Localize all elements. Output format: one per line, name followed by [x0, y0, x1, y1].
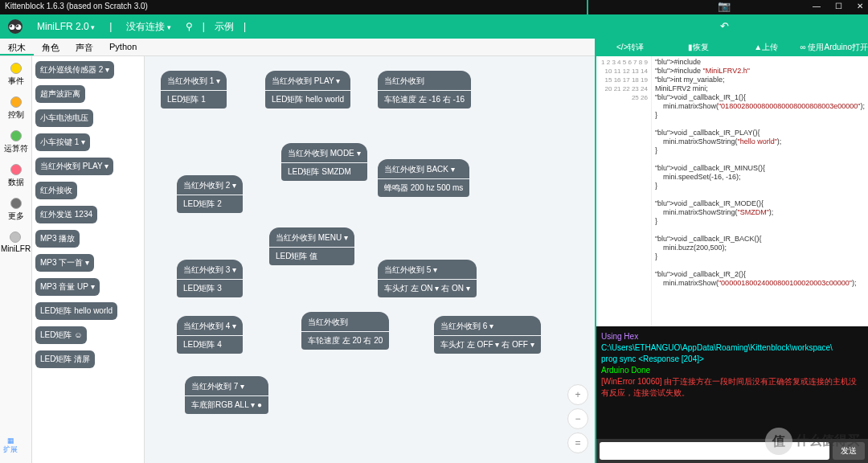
- open-arduino-button[interactable]: ∞ 使用Arduino打开: [800, 39, 869, 55]
- palette-block[interactable]: MP3 下一首 ▾: [35, 254, 94, 272]
- palette-block[interactable]: 红外接收: [35, 182, 77, 199]
- block-stack[interactable]: 当红外收到 3 ▾LED矩阵 3: [177, 260, 243, 297]
- code-panel: </>转译 ▮恢复 ▲上传 ∞ 使用Arduino打开 1 2 3 4 5 6 …: [595, 39, 868, 463]
- zoom-in-icon[interactable]: +: [567, 384, 588, 405]
- block-stack[interactable]: 当红外收到 MENU ▾LED矩阵 值: [269, 227, 354, 265]
- share-icon[interactable]: ⚲: [186, 21, 193, 32]
- menubar: ◕◕ MiniLFR 2.0 | 没有连接 ⚲ | 示例 | 💾 文件 | 📷 …: [0, 14, 868, 39]
- category-更多[interactable]: 更多: [8, 198, 24, 222]
- block-stack[interactable]: 当红外收到 5 ▾车头灯 左 ON ▾ 右 ON ▾: [378, 260, 477, 297]
- block-stack[interactable]: 当红外收到车轮速度 左 -16 右 -16: [378, 71, 471, 109]
- palette-block[interactable]: 小车按键 1 ▾: [35, 133, 90, 151]
- palette-block[interactable]: 红外发送 1234: [35, 206, 97, 223]
- block-stack[interactable]: 当红外收到 1 ▾LED矩阵 1: [161, 71, 227, 109]
- window-title: Kittenblock 1.6.3 (based on Scratch 3.0): [5, 2, 148, 13]
- restore-button[interactable]: ▮恢复: [665, 39, 733, 55]
- camera-icon[interactable]: 📷: [718, 0, 731, 12]
- tab-python[interactable]: Python: [101, 39, 145, 55]
- category-column: 事件控制运算符数据更多MiniLFR: [0, 39, 32, 463]
- upload-button[interactable]: ▲上传: [732, 39, 800, 55]
- category-MiniLFR[interactable]: MiniLFR: [1, 232, 31, 253]
- zoom-out-icon[interactable]: −: [567, 408, 588, 429]
- undo-icon[interactable]: ↶: [720, 20, 729, 32]
- console-output: Using Hex C:\Users\ETHANGUO\AppData\Roam…: [596, 326, 868, 439]
- menubar-divider: |: [203, 21, 205, 32]
- board-selector[interactable]: MiniLFR 2.0: [32, 18, 100, 35]
- workspace[interactable]: + − = 当红外收到 1 ▾LED矩阵 1当红外收到 PLAY ▾LED矩阵 …: [145, 39, 595, 463]
- palette-block[interactable]: 超声波距离: [35, 85, 85, 103]
- category-数据[interactable]: 数据: [8, 164, 24, 188]
- block-stack[interactable]: 当红外收到 2 ▾LED矩阵 2: [177, 175, 243, 213]
- palette-block[interactable]: 当红外收到 PLAY ▾: [35, 158, 113, 175]
- connection-selector[interactable]: 没有连接: [121, 18, 176, 36]
- translate-button[interactable]: </>转译: [596, 39, 665, 55]
- code-editor[interactable]: 1 2 3 4 5 6 7 8 9 10 11 12 13 14 15 16 1…: [596, 56, 868, 326]
- block-stack[interactable]: 当红外收到 7 ▾车底部RGB ALL ▾ ●: [185, 376, 268, 414]
- tab-blocks[interactable]: 积木: [0, 39, 34, 55]
- palette-block[interactable]: MP3 音量 UP ▾: [35, 278, 100, 296]
- example-link[interactable]: 示例: [215, 20, 234, 34]
- block-palette: 红外巡线传感器 2 ▾超声波距离小车电池电压小车按键 1 ▾当红外收到 PLAY…: [32, 39, 145, 463]
- tab-sound[interactable]: 声音: [68, 39, 101, 55]
- zoom-reset-icon[interactable]: =: [567, 432, 588, 453]
- app-logo-icon: ◕◕: [8, 19, 23, 34]
- palette-block[interactable]: 小车电池电压: [35, 109, 93, 127]
- block-stack[interactable]: 当红外收到 MODE ▾LED矩阵 SMZDM: [281, 143, 367, 181]
- menubar-divider: |: [244, 21, 246, 32]
- palette-block[interactable]: LED矩阵 ☺: [35, 326, 87, 344]
- block-stack[interactable]: 当红外收到 4 ▾LED矩阵 4: [177, 316, 243, 354]
- palette-block[interactable]: LED矩阵 hello world: [35, 302, 117, 320]
- serial-input[interactable]: [600, 442, 829, 460]
- palette-block[interactable]: MP3 播放: [35, 230, 80, 248]
- block-stack[interactable]: 当红外收到 PLAY ▾LED矩阵 hello world: [265, 71, 350, 109]
- menubar-divider: |: [109, 21, 112, 32]
- palette-block[interactable]: LED矩阵 清屏: [35, 350, 95, 368]
- extension-button[interactable]: ▦扩展: [3, 436, 18, 455]
- palette-block[interactable]: 红外巡线传感器 2 ▾: [35, 61, 114, 79]
- block-stack[interactable]: 当红外收到车轮速度 左 20 右 20: [301, 312, 389, 350]
- send-button[interactable]: 发送: [833, 442, 865, 460]
- category-运算符[interactable]: 运算符: [4, 130, 28, 154]
- block-stack[interactable]: 当红外收到 6 ▾车头灯 左 OFF ▾ 右 OFF ▾: [434, 316, 541, 354]
- block-stack[interactable]: 当红外收到 BACK ▾蜂鸣器 200 hz 500 ms: [378, 159, 469, 197]
- category-事件[interactable]: 事件: [8, 63, 24, 87]
- category-控制[interactable]: 控制: [8, 96, 24, 121]
- tab-role[interactable]: 角色: [34, 39, 68, 55]
- editor-tabs: 积木 角色 声音 Python: [0, 39, 595, 56]
